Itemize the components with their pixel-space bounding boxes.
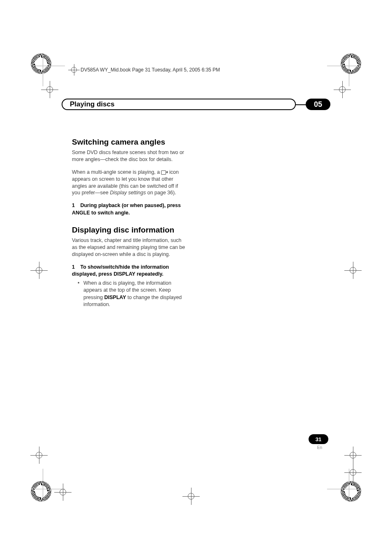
registration-mark	[337, 84, 348, 95]
numbered-step: 1 To show/switch/hide the information di…	[72, 264, 187, 278]
button-label-reference: DISPLAY	[104, 295, 126, 300]
registration-mark	[348, 265, 358, 276]
guide-line	[43, 469, 43, 502]
bullet-list: When a disc is playing, the information …	[72, 280, 187, 309]
page-number: 31	[316, 436, 321, 442]
registration-mark	[348, 467, 358, 478]
page-number-badge: 31	[309, 434, 328, 444]
guide-line	[327, 489, 360, 489]
page-header: Playing discs 05	[62, 99, 330, 110]
registration-mark	[186, 491, 196, 502]
step-text: During playback (or when paused), press …	[72, 203, 181, 216]
step-number: 1	[72, 203, 75, 208]
guide-line	[32, 66, 65, 66]
registration-mark	[348, 450, 358, 461]
step-number: 1	[72, 264, 75, 270]
section: Displaying disc information Various trac…	[72, 226, 187, 309]
registration-mark	[34, 265, 44, 276]
section-heading: Displaying disc information	[72, 226, 187, 235]
body-paragraph: Various track, chapter and title informa…	[72, 237, 187, 258]
crop-corner-tr	[341, 53, 361, 74]
registration-mark	[34, 450, 44, 461]
numbered-step: 1 During playback (or when paused), pres…	[72, 202, 187, 216]
body-paragraph: When a multi-angle scene is playing, a i…	[72, 169, 187, 197]
bullet-item: When a disc is playing, the information …	[79, 280, 187, 309]
page-language: En	[317, 445, 322, 450]
text-run: When a multi-angle scene is playing, a	[72, 169, 161, 175]
header-title: Playing discs	[70, 100, 115, 108]
crop-corner-br	[341, 481, 361, 502]
step-text: To show/switch/hide the information disp…	[72, 264, 169, 277]
meta-text: DV585A WY_Mid.book Page 31 Tuesday, Apri…	[81, 67, 220, 73]
crop-corner-bl	[31, 481, 51, 502]
italic-reference: Display settings	[110, 190, 146, 196]
registration-mark	[58, 487, 68, 497]
crop-corner-tl	[31, 53, 51, 74]
guide-line	[327, 66, 360, 66]
text-run: on page 36).	[146, 190, 176, 196]
guide-line	[43, 53, 43, 86]
body-paragraph: Some DVD discs feature scenes shot from …	[72, 149, 187, 163]
registration-mark	[44, 84, 55, 95]
header-connector-line	[295, 104, 307, 105]
content-column: Switching camera angles Some DVD discs f…	[72, 138, 187, 309]
camera-angle-icon	[161, 170, 168, 175]
guide-line	[349, 53, 349, 86]
registration-mark-icon	[70, 66, 78, 74]
chapter-number: 05	[314, 100, 322, 109]
header-title-pill: Playing discs	[62, 99, 296, 110]
book-meta-line: DV585A WY_Mid.book Page 31 Tuesday, Apri…	[70, 66, 220, 74]
section-heading: Switching camera angles	[72, 138, 187, 147]
chapter-badge: 05	[306, 99, 330, 110]
